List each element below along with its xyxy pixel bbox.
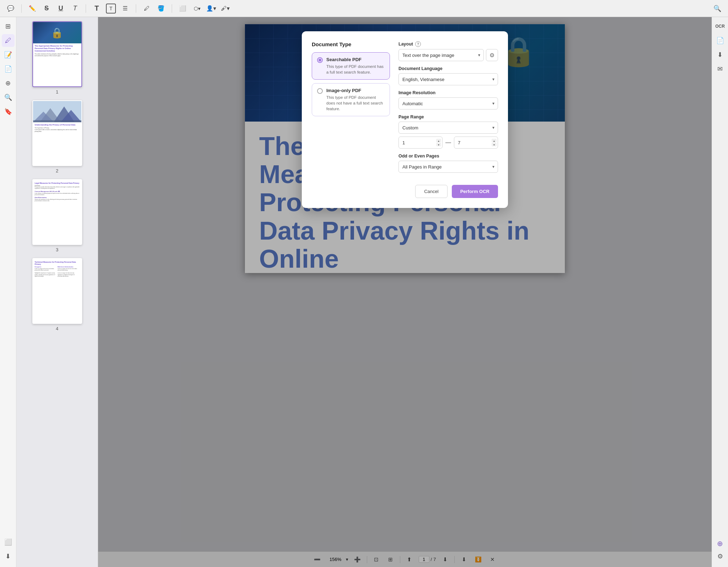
text-tool-icon[interactable]: T: [70, 4, 80, 14]
odd-even-select-wrapper: All Pages in Range Odd Pages Even Pages: [398, 161, 498, 173]
image-only-pdf-text: Image-only PDF This type of PDF document…: [326, 88, 385, 112]
underline-tool-icon[interactable]: U: [56, 4, 66, 14]
content-area: 🔒 🔒 🔒 The Appropriate Measures for Prote…: [98, 17, 712, 567]
thumb-title-3: Legal Measures for Protecting Personal D…: [35, 182, 80, 184]
thumb-wrapper-3[interactable]: Legal Measures for Protecting Personal D…: [32, 179, 82, 245]
page-range-select[interactable]: Custom All Pages Current Page: [398, 122, 498, 134]
shape-tool-icon[interactable]: ⬡▾: [192, 4, 202, 14]
comment-tool-icon[interactable]: 💬: [6, 4, 16, 14]
right-sidebar-bottom: ⊕ ⚙: [714, 537, 727, 567]
pencil-tool-icon[interactable]: ✏️: [27, 4, 37, 14]
thumb-intro-text-3: Privacy laws provide information about d…: [35, 186, 80, 189]
image-only-pdf-name: Image-only PDF: [326, 88, 385, 93]
toolbar-separator-2: [86, 4, 86, 13]
right-settings-icon[interactable]: ⚙: [714, 550, 727, 563]
thumb-wrapper-1[interactable]: 🔒 The Appropriate Measures for Protectin…: [32, 21, 82, 87]
sidebar-highlight-icon[interactable]: 🖊: [2, 34, 15, 47]
thumbnail-1[interactable]: 🔒 The Appropriate Measures for Protectin…: [20, 21, 94, 95]
cancel-button[interactable]: Cancel: [415, 185, 447, 198]
doc-language-select[interactable]: English, Vietnamese English Vietnamese: [398, 73, 498, 85]
image-only-radio[interactable]: [317, 88, 323, 94]
odd-even-label-text: Odd or Even Pages: [398, 154, 439, 159]
thumb-text-2: Understanding the Privacy of Personal Da…: [33, 122, 81, 165]
mountain-svg: [33, 101, 81, 122]
thumb-page-3: Legal Measures for Protecting Personal D…: [33, 180, 81, 244]
layout-gear-button[interactable]: ⚙: [486, 49, 498, 61]
toolbar-separator-4: [172, 4, 172, 13]
sidebar-layers-icon[interactable]: ⊕: [2, 77, 15, 90]
sidebar-pages-icon[interactable]: 📄: [2, 63, 15, 75]
fill-tool-icon[interactable]: 🪣: [156, 4, 166, 14]
page-to-down-button[interactable]: ▼: [492, 143, 497, 146]
layout-select[interactable]: Text over the page image Text under the …: [398, 49, 484, 61]
thumbnail-2[interactable]: Understanding the Privacy of Personal Da…: [20, 100, 94, 173]
dialog-left: Document Type Searchable PDF This type o…: [312, 41, 390, 178]
image-resolution-select[interactable]: Automatic 72 DPI 150 DPI 300 DPI 600 DPI: [398, 97, 498, 109]
strikethrough-tool-icon[interactable]: S: [42, 4, 52, 14]
page-to-spinners: ▲ ▼: [492, 139, 497, 146]
page-range-label-text: Page Range: [398, 114, 424, 119]
thumb-col1-body-4: Lorem ut congue vel at mi we vel at diam…: [35, 268, 57, 271]
searchable-pdf-text: Searchable PDF This type of PDF document…: [326, 57, 385, 75]
thumb-col1-4: Encryption Lorem ut congue vel at mi we …: [35, 266, 57, 277]
sidebar-bookmarks-icon[interactable]: 🔖: [2, 105, 15, 118]
page-range-inputs: ▲ ▼ — ▲ ▼: [398, 137, 498, 149]
thumb-page-4: Technical Measures for Protecting Person…: [33, 259, 81, 323]
person-tool-icon[interactable]: 👤▾: [206, 4, 216, 14]
mail-icon[interactable]: ✉: [714, 63, 727, 75]
image-resolution-label-text: Image Resolution: [398, 90, 435, 95]
stamp-tool-icon[interactable]: 🖋▾: [220, 4, 230, 14]
page-range-field-row: Page Range Custom All Pages Current Page: [398, 114, 498, 149]
sidebar-comment-icon[interactable]: 📝: [2, 48, 15, 61]
page-to-up-button[interactable]: ▲: [492, 139, 497, 143]
sidebar-search-icon[interactable]: 🔍: [2, 91, 15, 104]
toolbar-separator-3: [136, 4, 136, 13]
sidebar-layers2-icon[interactable]: ⬜: [2, 536, 15, 549]
odd-even-select[interactable]: All Pages in Range Odd Pages Even Pages: [398, 161, 498, 173]
big-text-tool-icon[interactable]: T: [92, 4, 102, 14]
search-icon[interactable]: 🔍: [712, 4, 722, 14]
image-only-pdf-desc: This type of PDF document does not have …: [326, 95, 385, 112]
doc-language-select-wrapper: English, Vietnamese English Vietnamese: [398, 73, 498, 85]
layout-help-icon[interactable]: ?: [415, 41, 421, 47]
highlight-tool-icon[interactable]: 🖊: [142, 4, 152, 14]
thumb-number-4: 4: [56, 326, 58, 331]
text-box-tool-icon[interactable]: T: [106, 4, 116, 14]
ocr-icon[interactable]: OCR: [714, 20, 727, 33]
thumb-image-2: [33, 101, 81, 122]
sidebar-home-icon[interactable]: ⊞: [2, 20, 15, 33]
thumb-section1-text-3: Lorem ultrices on obtaining legal and ex…: [35, 193, 80, 196]
layout-label: Layout ?: [398, 41, 498, 47]
thumb-section1-3: Consent Management HE LĐ and ươi: [35, 191, 80, 192]
thumb-text-1: The Appropriate Measures for Protecting …: [33, 43, 81, 86]
odd-even-field-row: Odd or Even Pages All Pages in Range Odd…: [398, 154, 498, 173]
box-tool-icon[interactable]: ⬜: [178, 4, 188, 14]
thumb-body-1: The author introduces the key principles…: [35, 53, 80, 57]
right-download-icon[interactable]: ⬇: [714, 48, 727, 61]
scan-icon[interactable]: 📄: [714, 34, 727, 47]
image-resolution-select-wrapper: Automatic 72 DPI 150 DPI 300 DPI 600 DPI: [398, 97, 498, 109]
page-from-up-button[interactable]: ▲: [436, 139, 441, 143]
thumb-wrapper-4[interactable]: Technical Measures for Protecting Person…: [32, 258, 82, 324]
colored-circle-icon[interactable]: ⊕: [714, 537, 727, 550]
thumb-page-1: 🔒 The Appropriate Measures for Protectin…: [33, 22, 81, 86]
dialog-buttons: Cancel Perform OCR: [312, 185, 498, 198]
searchable-radio[interactable]: [317, 57, 323, 63]
thumbnail-3[interactable]: Legal Measures for Protecting Personal D…: [20, 179, 94, 252]
perform-ocr-button[interactable]: Perform OCR: [452, 185, 498, 198]
image-only-pdf-option[interactable]: Image-only PDF This type of PDF document…: [312, 83, 390, 116]
thumbnail-4[interactable]: Technical Measures for Protecting Person…: [20, 258, 94, 331]
page-from-down-button[interactable]: ▼: [436, 143, 441, 146]
thumb-col2-body-4: Lorem ut congue vel at mi we vel at diam…: [58, 268, 80, 271]
sidebar-download-icon[interactable]: ⬇: [2, 550, 15, 563]
list-tool-icon[interactable]: ☰: [120, 4, 130, 14]
thumb-wrapper-2[interactable]: Understanding the Privacy of Personal Da…: [32, 100, 82, 166]
thumb-page-2: Understanding the Privacy of Personal Da…: [33, 101, 81, 165]
main-layout: ⊞ 🖊 📝 📄 ⊕ 🔍 🔖 ⬜ ⬇ 🔒 The Appropriate Meas…: [0, 17, 728, 567]
thumb-title-2: Understanding the Privacy of Personal Da…: [35, 124, 80, 126]
thumb-number-2: 2: [56, 168, 58, 173]
thumb-title-1: The Appropriate Measures for Protecting …: [35, 45, 80, 52]
searchable-pdf-option[interactable]: Searchable PDF This type of PDF document…: [312, 52, 390, 80]
thumb-number-3: 3: [56, 247, 58, 252]
dialog-doc-type-title: Document Type: [312, 41, 390, 47]
